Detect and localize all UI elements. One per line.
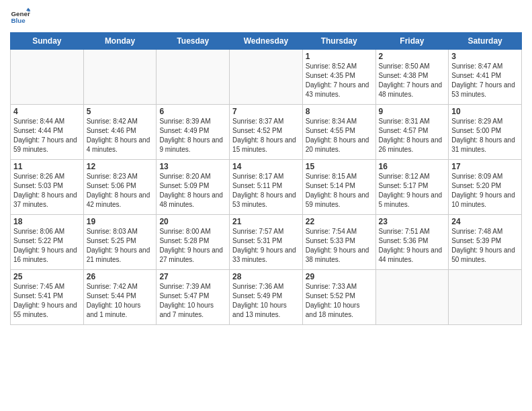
day-number: 27 <box>159 272 226 281</box>
calendar-day-17: 17Sunrise: 8:09 AM Sunset: 5:20 PM Dayli… <box>449 160 522 215</box>
day-number: 23 <box>379 217 446 226</box>
col-header-thursday: Thursday <box>302 33 375 50</box>
calendar-day-2: 2Sunrise: 8:50 AM Sunset: 4:38 PM Daylig… <box>375 50 449 105</box>
day-info: Sunrise: 7:33 AM Sunset: 5:52 PM Dayligh… <box>306 282 373 320</box>
calendar-week-row: 1Sunrise: 8:52 AM Sunset: 4:35 PM Daylig… <box>11 50 522 105</box>
day-info: Sunrise: 7:48 AM Sunset: 5:39 PM Dayligh… <box>451 227 519 265</box>
day-number: 22 <box>306 217 373 226</box>
day-number: 4 <box>13 107 81 116</box>
svg-text:Blue: Blue <box>11 17 26 24</box>
calendar-week-row: 25Sunrise: 7:45 AM Sunset: 5:41 PM Dayli… <box>11 270 522 325</box>
day-number: 25 <box>13 272 81 281</box>
svg-text:General: General <box>11 10 31 17</box>
day-number: 26 <box>87 272 154 281</box>
day-number: 29 <box>306 272 373 281</box>
day-number: 11 <box>13 162 81 171</box>
calendar-empty-cell <box>157 50 230 105</box>
calendar-day-5: 5Sunrise: 8:42 AM Sunset: 4:46 PM Daylig… <box>83 105 157 160</box>
calendar-day-27: 27Sunrise: 7:39 AM Sunset: 5:47 PM Dayli… <box>157 270 230 325</box>
day-info: Sunrise: 7:45 AM Sunset: 5:41 PM Dayligh… <box>13 282 81 320</box>
day-info: Sunrise: 7:54 AM Sunset: 5:33 PM Dayligh… <box>306 227 373 265</box>
logo: General Blue <box>10 7 30 27</box>
calendar-empty-cell <box>230 50 303 105</box>
col-header-wednesday: Wednesday <box>230 33 303 50</box>
day-number: 1 <box>306 52 373 61</box>
calendar-day-6: 6Sunrise: 8:39 AM Sunset: 4:49 PM Daylig… <box>157 105 230 160</box>
calendar-day-21: 21Sunrise: 7:57 AM Sunset: 5:31 PM Dayli… <box>230 215 303 270</box>
calendar-week-row: 18Sunrise: 8:06 AM Sunset: 5:22 PM Dayli… <box>11 215 522 270</box>
col-header-sunday: Sunday <box>11 33 84 50</box>
day-info: Sunrise: 7:36 AM Sunset: 5:49 PM Dayligh… <box>232 282 300 320</box>
calendar-day-8: 8Sunrise: 8:34 AM Sunset: 4:55 PM Daylig… <box>302 105 375 160</box>
calendar-week-row: 11Sunrise: 8:26 AM Sunset: 5:03 PM Dayli… <box>11 160 522 215</box>
day-number: 2 <box>379 52 446 61</box>
day-info: Sunrise: 8:12 AM Sunset: 5:17 PM Dayligh… <box>379 172 446 210</box>
calendar-day-15: 15Sunrise: 8:15 AM Sunset: 5:14 PM Dayli… <box>302 160 375 215</box>
calendar-day-1: 1Sunrise: 8:52 AM Sunset: 4:35 PM Daylig… <box>302 50 375 105</box>
calendar-day-14: 14Sunrise: 8:17 AM Sunset: 5:11 PM Dayli… <box>230 160 303 215</box>
calendar-empty-cell <box>11 50 84 105</box>
day-number: 10 <box>451 107 519 116</box>
day-info: Sunrise: 8:44 AM Sunset: 4:44 PM Dayligh… <box>13 117 81 154</box>
calendar-day-29: 29Sunrise: 7:33 AM Sunset: 5:52 PM Dayli… <box>302 270 375 325</box>
calendar-day-11: 11Sunrise: 8:26 AM Sunset: 5:03 PM Dayli… <box>11 160 84 215</box>
day-info: Sunrise: 8:17 AM Sunset: 5:11 PM Dayligh… <box>232 172 300 210</box>
day-number: 18 <box>13 217 81 226</box>
day-info: Sunrise: 8:47 AM Sunset: 4:41 PM Dayligh… <box>451 62 519 99</box>
day-info: Sunrise: 8:39 AM Sunset: 4:49 PM Dayligh… <box>159 117 226 154</box>
day-number: 19 <box>87 217 154 226</box>
calendar-day-19: 19Sunrise: 8:03 AM Sunset: 5:25 PM Dayli… <box>83 215 157 270</box>
day-number: 9 <box>379 107 446 116</box>
day-number: 15 <box>306 162 373 171</box>
logo-icon: General Blue <box>10 7 30 27</box>
day-info: Sunrise: 8:06 AM Sunset: 5:22 PM Dayligh… <box>13 227 81 265</box>
day-info: Sunrise: 8:00 AM Sunset: 5:28 PM Dayligh… <box>159 227 226 265</box>
calendar-day-25: 25Sunrise: 7:45 AM Sunset: 5:41 PM Dayli… <box>11 270 84 325</box>
day-info: Sunrise: 7:42 AM Sunset: 5:44 PM Dayligh… <box>87 282 154 320</box>
calendar-day-3: 3Sunrise: 8:47 AM Sunset: 4:41 PM Daylig… <box>449 50 522 105</box>
day-number: 13 <box>159 162 226 171</box>
calendar-day-13: 13Sunrise: 8:20 AM Sunset: 5:09 PM Dayli… <box>157 160 230 215</box>
calendar-header-row: SundayMondayTuesdayWednesdayThursdayFrid… <box>11 33 522 50</box>
calendar-day-20: 20Sunrise: 8:00 AM Sunset: 5:28 PM Dayli… <box>157 215 230 270</box>
day-number: 3 <box>451 52 519 61</box>
calendar-day-10: 10Sunrise: 8:29 AM Sunset: 5:00 PM Dayli… <box>449 105 522 160</box>
header: General Blue <box>10 7 522 27</box>
day-number: 28 <box>232 272 300 281</box>
calendar-day-18: 18Sunrise: 8:06 AM Sunset: 5:22 PM Dayli… <box>11 215 84 270</box>
day-info: Sunrise: 8:31 AM Sunset: 4:57 PM Dayligh… <box>379 117 446 154</box>
calendar-day-28: 28Sunrise: 7:36 AM Sunset: 5:49 PM Dayli… <box>230 270 303 325</box>
day-number: 7 <box>232 107 300 116</box>
day-info: Sunrise: 8:34 AM Sunset: 4:55 PM Dayligh… <box>306 117 373 154</box>
page-container: General Blue SundayMondayTuesdayWednesda… <box>0 0 532 411</box>
day-number: 16 <box>379 162 446 171</box>
day-info: Sunrise: 8:15 AM Sunset: 5:14 PM Dayligh… <box>306 172 373 210</box>
day-info: Sunrise: 8:03 AM Sunset: 5:25 PM Dayligh… <box>87 227 154 265</box>
calendar-table: SundayMondayTuesdayWednesdayThursdayFrid… <box>10 32 522 325</box>
day-info: Sunrise: 8:52 AM Sunset: 4:35 PM Dayligh… <box>306 62 373 99</box>
day-info: Sunrise: 8:09 AM Sunset: 5:20 PM Dayligh… <box>451 172 519 210</box>
col-header-monday: Monday <box>83 33 157 50</box>
day-info: Sunrise: 8:29 AM Sunset: 5:00 PM Dayligh… <box>451 117 519 154</box>
day-number: 14 <box>232 162 300 171</box>
day-number: 20 <box>159 217 226 226</box>
calendar-empty-cell <box>83 50 157 105</box>
col-header-tuesday: Tuesday <box>157 33 230 50</box>
day-info: Sunrise: 7:51 AM Sunset: 5:36 PM Dayligh… <box>379 227 446 265</box>
day-number: 8 <box>306 107 373 116</box>
day-info: Sunrise: 7:57 AM Sunset: 5:31 PM Dayligh… <box>232 227 300 265</box>
calendar-empty-cell <box>449 270 522 325</box>
day-info: Sunrise: 7:39 AM Sunset: 5:47 PM Dayligh… <box>159 282 226 320</box>
calendar-day-26: 26Sunrise: 7:42 AM Sunset: 5:44 PM Dayli… <box>83 270 157 325</box>
day-info: Sunrise: 8:20 AM Sunset: 5:09 PM Dayligh… <box>159 172 226 210</box>
col-header-friday: Friday <box>375 33 449 50</box>
calendar-week-row: 4Sunrise: 8:44 AM Sunset: 4:44 PM Daylig… <box>11 105 522 160</box>
day-info: Sunrise: 8:50 AM Sunset: 4:38 PM Dayligh… <box>379 62 446 99</box>
calendar-day-12: 12Sunrise: 8:23 AM Sunset: 5:06 PM Dayli… <box>83 160 157 215</box>
calendar-day-16: 16Sunrise: 8:12 AM Sunset: 5:17 PM Dayli… <box>375 160 449 215</box>
calendar-day-22: 22Sunrise: 7:54 AM Sunset: 5:33 PM Dayli… <box>302 215 375 270</box>
calendar-day-4: 4Sunrise: 8:44 AM Sunset: 4:44 PM Daylig… <box>11 105 84 160</box>
calendar-day-23: 23Sunrise: 7:51 AM Sunset: 5:36 PM Dayli… <box>375 215 449 270</box>
day-info: Sunrise: 8:37 AM Sunset: 4:52 PM Dayligh… <box>232 117 300 154</box>
day-number: 17 <box>451 162 519 171</box>
